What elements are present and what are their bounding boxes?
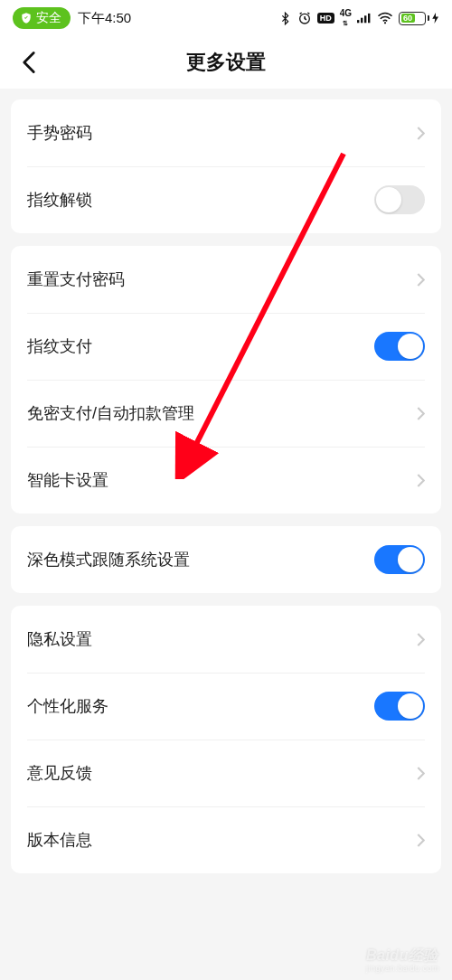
bluetooth-icon (278, 12, 292, 25)
toggle-thumb (398, 334, 423, 359)
page-title: 更多设置 (186, 49, 266, 76)
settings-content: 手势密码指纹解锁重置支付密码指纹支付免密支付/自动扣款管理智能卡设置深色模式跟随… (0, 89, 452, 873)
row-label: 深色模式跟随系统设置 (27, 549, 190, 570)
svg-rect-3 (364, 15, 366, 23)
settings-group: 重置支付密码指纹支付免密支付/自动扣款管理智能卡设置 (11, 246, 441, 514)
toggle-dark-mode-follow[interactable] (374, 545, 425, 574)
row-dark-mode-follow[interactable]: 深色模式跟随系统设置 (11, 526, 441, 593)
svg-point-5 (384, 22, 386, 24)
chevron-right-icon (417, 273, 425, 287)
row-feedback[interactable]: 意见反馈 (11, 740, 441, 806)
row-smartcard-settings[interactable]: 智能卡设置 (11, 447, 441, 514)
back-button[interactable] (11, 44, 47, 80)
chevron-right-icon (417, 767, 425, 780)
row-label: 个性化服务 (27, 695, 108, 717)
signal-icon (357, 13, 372, 24)
row-fingerprint-pay[interactable]: 指纹支付 (11, 313, 441, 380)
network-4g-icon: 4G⇅ (340, 9, 352, 27)
row-label: 指纹支付 (27, 335, 92, 357)
settings-group: 手势密码指纹解锁 (11, 99, 441, 233)
watermark: Baidu经验 jingyan.baidu.com (366, 947, 439, 973)
toggle-thumb (376, 187, 401, 212)
shield-icon (20, 12, 33, 24)
row-label: 指纹解锁 (27, 189, 92, 211)
wifi-icon (377, 12, 393, 24)
row-personalization[interactable]: 个性化服务 (11, 673, 441, 740)
toggle-fingerprint-unlock[interactable] (374, 185, 425, 214)
row-label: 版本信息 (27, 829, 92, 851)
chevron-left-icon (22, 51, 36, 74)
row-label: 意见反馈 (27, 762, 92, 784)
chevron-right-icon (417, 127, 425, 140)
row-fingerprint-unlock[interactable]: 指纹解锁 (11, 166, 441, 233)
row-gesture-password[interactable]: 手势密码 (11, 99, 441, 166)
safe-label: 安全 (36, 10, 61, 26)
row-label: 智能卡设置 (27, 469, 108, 491)
svg-rect-2 (361, 17, 363, 23)
toggle-thumb (398, 693, 423, 719)
toggle-thumb (398, 547, 423, 572)
chevron-right-icon (417, 474, 425, 487)
row-version-info[interactable]: 版本信息 (11, 806, 441, 873)
nav-header: 更多设置 (0, 36, 452, 89)
svg-rect-1 (357, 20, 359, 23)
row-autopay-manage[interactable]: 免密支付/自动扣款管理 (11, 380, 441, 447)
status-right: HD 4G⇅ 60 (278, 9, 439, 27)
toggle-personalization[interactable] (374, 692, 425, 721)
status-bar: 安全 下午4:50 HD 4G⇅ 60 (0, 0, 452, 36)
settings-group: 隐私设置个性化服务意见反馈版本信息 (11, 606, 441, 873)
svg-rect-4 (368, 13, 370, 22)
settings-group: 深色模式跟随系统设置 (11, 526, 441, 593)
row-label: 免密支付/自动扣款管理 (27, 402, 194, 424)
alarm-icon (297, 11, 312, 25)
row-privacy-settings[interactable]: 隐私设置 (11, 606, 441, 673)
row-label: 手势密码 (27, 122, 92, 144)
chevron-right-icon (417, 407, 425, 420)
hd-icon: HD (317, 13, 334, 24)
charging-icon (432, 13, 439, 24)
status-time: 下午4:50 (78, 10, 131, 27)
row-label: 重置支付密码 (27, 269, 125, 290)
safe-badge: 安全 (13, 7, 71, 29)
row-label: 隐私设置 (27, 628, 92, 650)
row-reset-pay-password[interactable]: 重置支付密码 (11, 246, 441, 313)
battery-icon: 60 (399, 12, 439, 25)
chevron-right-icon (417, 834, 425, 847)
chevron-right-icon (417, 633, 425, 646)
status-left: 安全 下午4:50 (13, 7, 131, 29)
toggle-fingerprint-pay[interactable] (374, 332, 425, 361)
